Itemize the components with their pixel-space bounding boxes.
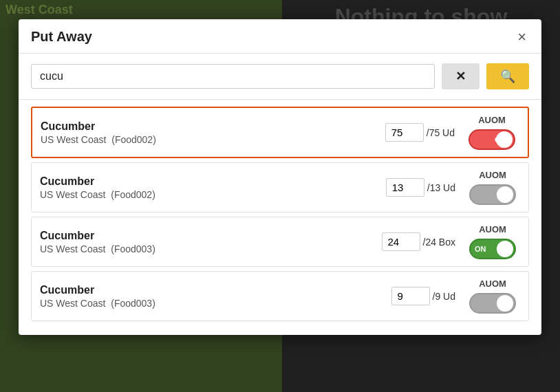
item-info: Cucumber US West Coast (Food002) — [40, 175, 386, 200]
toggle-off-gray[interactable]: ✕ — [469, 184, 516, 205]
toggle-x-icon: ✕ — [504, 298, 510, 308]
table-row: Cucumber US West Coast (Food002) /13 Ud … — [31, 162, 529, 213]
item-name: Cucumber — [40, 175, 386, 188]
toggle-knob — [497, 241, 513, 257]
search-button[interactable]: 🔍 — [486, 63, 529, 89]
item-sub: US West Coast (Food003) — [40, 298, 391, 309]
modal-title: Put Away — [31, 29, 92, 45]
table-row: Cucumber US West Coast (Food003) /24 Box… — [31, 217, 529, 267]
modal-overlay: Put Away × ✕ 🔍 Cucumber US West Coast (F… — [0, 0, 560, 392]
table-row: Cucumber US West Coast (Food002) /75 Ud … — [31, 107, 529, 158]
put-away-modal: Put Away × ✕ 🔍 Cucumber US West Coast (F… — [19, 19, 541, 335]
search-bar: ✕ 🔍 — [19, 54, 541, 100]
clear-button[interactable]: ✕ — [442, 63, 480, 89]
toggle-on[interactable]: ON — [469, 239, 516, 259]
item-qty: /75 Ud — [385, 123, 455, 142]
search-icon: 🔍 — [500, 69, 515, 83]
qty-label: /13 Ud — [427, 182, 455, 193]
item-name: Cucumber — [40, 230, 382, 242]
auom-label: AUOM — [479, 224, 506, 235]
search-input[interactable] — [31, 64, 435, 89]
table-row: Cucumber US West Coast (Food003) /9 Ud A… — [31, 271, 529, 321]
modal-body: Cucumber US West Coast (Food002) /75 Ud … — [19, 100, 541, 335]
close-button[interactable]: × — [515, 30, 529, 45]
toggle-off[interactable]: OFF — [469, 129, 515, 150]
qty-input[interactable] — [386, 178, 424, 197]
toggle-text: ON — [475, 245, 486, 253]
item-sub: US West Coast (Food002) — [41, 134, 385, 145]
auom-section: AUOM OFF — [464, 115, 519, 150]
auom-label: AUOM — [479, 279, 506, 289]
auom-label: AUOM — [478, 115, 506, 125]
toggle-x-icon: ✕ — [504, 190, 510, 199]
qty-label: /24 Box — [423, 237, 455, 248]
item-qty: /9 Ud — [391, 287, 455, 305]
auom-section: AUOM ✕ — [465, 170, 520, 205]
auom-section: AUOM ✕ — [465, 279, 520, 314]
item-name: Cucumber — [40, 284, 391, 296]
item-qty: /24 Box — [382, 232, 455, 251]
modal-header: Put Away × — [19, 19, 541, 54]
auom-section: AUOM ON — [465, 224, 520, 259]
qty-input[interactable] — [382, 232, 420, 251]
qty-label: /75 Ud — [427, 127, 455, 138]
item-info: Cucumber US West Coast (Food003) — [40, 230, 382, 254]
item-info: Cucumber US West Coast (Food002) — [41, 120, 385, 145]
toggle-off-gray[interactable]: ✕ — [469, 293, 516, 314]
item-name: Cucumber — [41, 120, 385, 133]
qty-input[interactable] — [385, 123, 424, 142]
item-qty: /13 Ud — [386, 178, 455, 197]
qty-input[interactable] — [391, 287, 430, 305]
qty-label: /9 Ud — [433, 291, 455, 302]
toggle-text: OFF — [495, 135, 510, 144]
item-info: Cucumber US West Coast (Food003) — [40, 284, 391, 309]
item-sub: US West Coast (Food002) — [40, 189, 386, 200]
item-sub: US West Coast (Food003) — [40, 243, 382, 254]
auom-label: AUOM — [479, 170, 506, 180]
